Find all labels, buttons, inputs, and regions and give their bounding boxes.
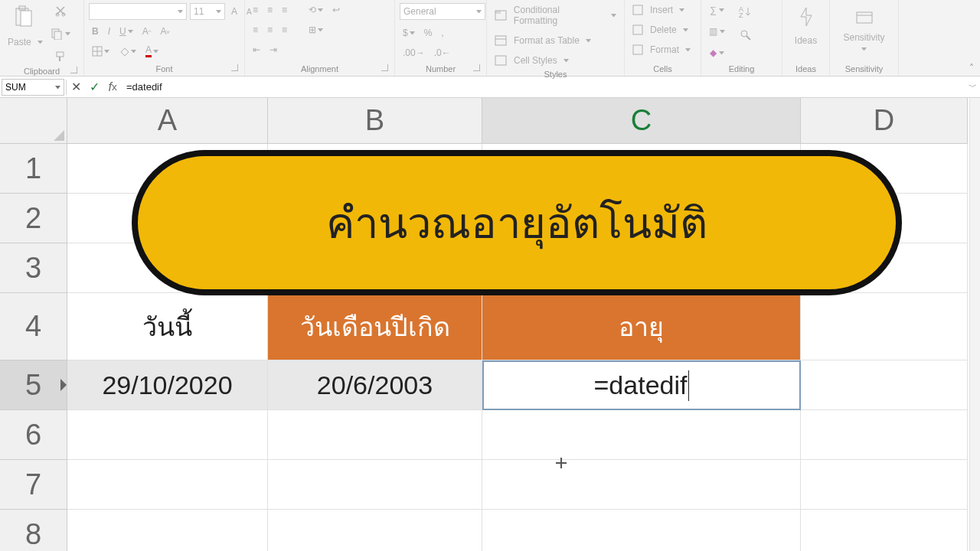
row-header-3[interactable]: 3 — [0, 243, 67, 293]
row-header-6[interactable]: 6 — [0, 410, 67, 460]
copy-icon[interactable] — [47, 26, 74, 41]
align-center-icon[interactable]: ≡ — [264, 23, 276, 37]
decrease-decimal-icon[interactable]: .0← — [431, 46, 454, 60]
cell-D4[interactable] — [801, 293, 968, 360]
font-name-select[interactable] — [89, 3, 187, 20]
align-right-icon[interactable]: ≡ — [279, 23, 290, 37]
select-all-corner[interactable] — [0, 98, 67, 144]
grow-font-icon[interactable]: A — [228, 5, 240, 18]
cell-A7[interactable] — [67, 460, 268, 510]
cell-C8[interactable] — [482, 510, 801, 551]
decrease-indent-icon[interactable]: ⇤ — [250, 43, 263, 57]
cell-A6[interactable] — [67, 410, 268, 460]
cancel-formula-icon[interactable]: ✕ — [67, 79, 85, 96]
format-button[interactable]: Format — [629, 43, 694, 57]
cell-B7[interactable] — [268, 460, 482, 510]
increase-indent-icon[interactable]: ⇥ — [266, 43, 280, 57]
formula-input[interactable]: =datedif — [122, 81, 965, 93]
cut-icon[interactable] — [47, 3, 74, 18]
insert-button[interactable]: Insert — [629, 3, 688, 17]
svg-point-21 — [741, 31, 747, 37]
ideas-label: Ideas — [792, 34, 820, 47]
delete-button[interactable]: Delete — [629, 23, 691, 37]
format-as-table-button[interactable]: Format as Table — [492, 34, 594, 47]
ribbon-collapse-icon[interactable]: ˄ — [969, 63, 974, 73]
name-box[interactable]: SUM — [2, 79, 64, 96]
col-header-D[interactable]: D — [801, 98, 968, 144]
cell-C6[interactable] — [482, 410, 801, 460]
fx-icon[interactable]: fx — [103, 79, 122, 96]
wrap-text-icon[interactable]: ↩ — [329, 3, 343, 17]
row-header-4[interactable]: 4 — [0, 293, 67, 360]
border-button[interactable] — [89, 44, 113, 58]
font-size-select[interactable]: 11 — [190, 3, 225, 20]
bold-button[interactable]: B — [89, 24, 102, 38]
title-banner-shape[interactable]: คำนวณอายุอัตโนมัติ — [132, 150, 902, 295]
cell-styles-button[interactable]: Cell Styles — [492, 54, 572, 67]
font-color-button[interactable]: A — [142, 43, 162, 59]
cell-C4[interactable]: อายุ — [482, 293, 801, 360]
align-top-icon[interactable]: ≡ — [250, 3, 261, 17]
accounting-format-icon[interactable]: $ — [400, 26, 418, 40]
align-left-icon[interactable]: ≡ — [250, 23, 261, 37]
clear-icon[interactable]: ◆ — [706, 46, 728, 60]
underline-button[interactable]: U — [116, 24, 136, 38]
cell-D5[interactable] — [801, 360, 968, 410]
cell-A5[interactable]: 29/10/2020 — [67, 360, 268, 410]
comma-format-icon[interactable]: , — [438, 26, 446, 40]
expand-formula-bar-icon[interactable]: ﹀ — [965, 81, 980, 93]
merge-icon[interactable]: ⊞ — [305, 23, 326, 37]
group-label-alignment: Alignment — [301, 64, 338, 73]
vertical-scrollbar[interactable] — [969, 98, 980, 551]
cell-C5[interactable]: =datedif — [482, 360, 801, 410]
cell-D6[interactable] — [801, 410, 968, 460]
percent-format-icon[interactable]: % — [421, 26, 436, 40]
group-label-clipboard: Clipboard — [24, 67, 60, 76]
conditional-formatting-button[interactable]: Conditional Formatting — [492, 3, 619, 28]
cell-B4[interactable]: วันเดือนปีเกิด — [268, 293, 482, 360]
fill-icon[interactable]: ▥ — [706, 24, 728, 38]
number-format-select[interactable]: General — [400, 3, 485, 20]
cell-D7[interactable] — [801, 460, 968, 510]
group-label-font: Font — [155, 64, 172, 73]
col-header-A[interactable]: A — [67, 98, 268, 144]
cell-B8[interactable] — [268, 510, 482, 551]
row-header-7[interactable]: 7 — [0, 460, 67, 510]
row-header-2[interactable]: 2 — [0, 194, 67, 243]
group-sensitivity: Sensitivity Sensitivity — [830, 0, 899, 76]
svg-rect-1 — [21, 11, 31, 26]
row-header-5[interactable]: 5 — [0, 360, 67, 410]
group-ideas: Ideas Ideas — [782, 0, 830, 76]
subscript-button[interactable]: Av — [157, 24, 172, 38]
col-header-B[interactable]: B — [268, 98, 482, 144]
cell-C7[interactable] — [482, 460, 801, 510]
increase-decimal-icon[interactable]: .00→ — [400, 46, 428, 60]
fill-color-button[interactable] — [116, 44, 139, 58]
find-select-icon[interactable] — [736, 28, 756, 43]
cell-D8[interactable] — [801, 510, 968, 551]
superscript-button[interactable]: A^ — [139, 24, 155, 38]
sensitivity-icon[interactable] — [851, 3, 878, 28]
group-label-styles: Styles — [544, 70, 567, 79]
group-label-number: Number — [426, 64, 456, 73]
cell-B5[interactable]: 20/6/2003 — [268, 360, 482, 410]
ideas-icon[interactable] — [793, 3, 819, 31]
align-bottom-icon[interactable]: ≡ — [279, 3, 290, 17]
confirm-formula-icon[interactable]: ✓ — [85, 79, 103, 96]
paste-button[interactable] — [10, 3, 38, 31]
cell-B6[interactable] — [268, 410, 482, 460]
sort-filter-icon[interactable]: AZ — [736, 3, 756, 20]
format-painter-icon[interactable] — [47, 49, 74, 64]
align-middle-icon[interactable]: ≡ — [264, 3, 276, 17]
group-label-editing: Editing — [729, 64, 755, 73]
italic-button[interactable]: I — [105, 24, 113, 38]
orientation-icon[interactable]: ⟲ — [305, 3, 326, 17]
cell-A8[interactable] — [67, 510, 268, 551]
row-header-1[interactable]: 1 — [0, 144, 67, 194]
col-header-C[interactable]: C — [482, 98, 801, 144]
svg-rect-16 — [633, 5, 642, 15]
group-font: 11 A A B I U A^ Av A Font — [84, 0, 245, 76]
row-header-8[interactable]: 8 — [0, 510, 67, 551]
cell-A4[interactable]: วันนี้ — [67, 293, 268, 360]
autosum-icon[interactable]: ∑ — [706, 3, 728, 17]
